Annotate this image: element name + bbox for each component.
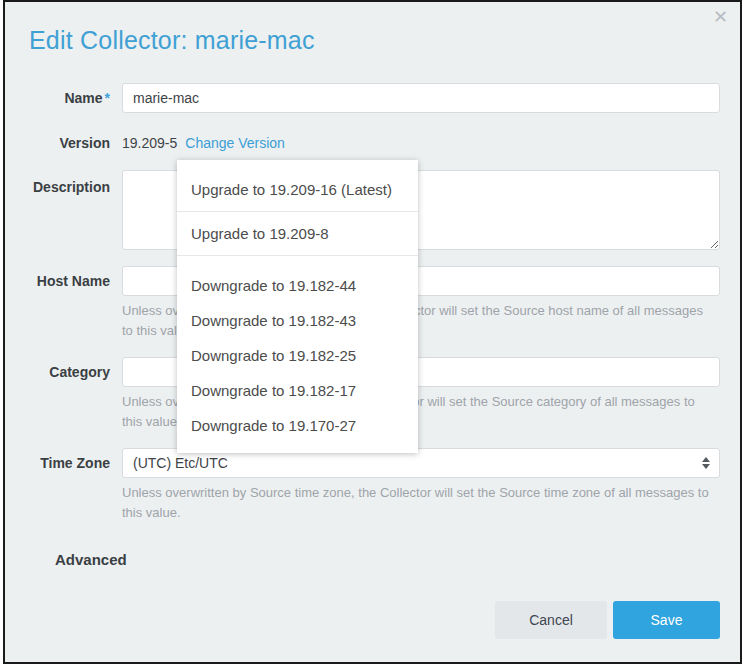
host-name-label: Host Name [5, 266, 122, 341]
menu-item-downgrade[interactable]: Downgrade to 19.182-44 [177, 268, 418, 303]
edit-collector-dialog: ✕ Edit Collector: marie-mac Name* Versio… [3, 0, 742, 664]
menu-item-downgrade[interactable]: Downgrade to 19.182-43 [177, 303, 418, 338]
change-version-link[interactable]: Change Version [185, 135, 285, 151]
cancel-button[interactable]: Cancel [495, 601, 607, 639]
version-row: Version 19.209-5Change Version [5, 131, 740, 155]
menu-item-downgrade[interactable]: Downgrade to 19.182-17 [177, 373, 418, 408]
version-label: Version [5, 131, 122, 155]
description-label: Description [5, 170, 122, 250]
time-zone-label: Time Zone [5, 448, 122, 523]
dialog-footer: Cancel Save [495, 601, 720, 639]
menu-item-downgrade[interactable]: Downgrade to 19.182-25 [177, 338, 418, 373]
required-asterisk: * [105, 90, 110, 106]
time-zone-row: Time Zone (UTC) Etc/UTC Unless overwritt… [5, 448, 740, 523]
advanced-toggle[interactable]: Advanced [55, 551, 127, 568]
close-icon[interactable]: ✕ [713, 8, 728, 26]
menu-item-upgrade-latest[interactable]: Upgrade to 19.209-16 (Latest) [177, 168, 418, 212]
time-zone-value: (UTC) Etc/UTC [133, 455, 228, 471]
menu-item-downgrade[interactable]: Downgrade to 19.170-27 [177, 408, 418, 443]
version-value: 19.209-5 [122, 135, 177, 151]
name-input[interactable] [122, 83, 720, 113]
name-row: Name* [5, 83, 740, 113]
page-title: Edit Collector: marie-mac [29, 26, 740, 55]
save-button[interactable]: Save [613, 601, 720, 639]
menu-item-upgrade[interactable]: Upgrade to 19.209-8 [177, 212, 418, 256]
category-label: Category [5, 357, 122, 432]
change-version-dropdown: Upgrade to 19.209-16 (Latest) Upgrade to… [177, 160, 418, 453]
advanced-section: Advanced [55, 551, 740, 569]
name-label: Name* [5, 83, 122, 113]
time-zone-help-text: Unless overwritten by Source time zone, … [122, 483, 712, 523]
select-stepper-icon [702, 457, 710, 469]
